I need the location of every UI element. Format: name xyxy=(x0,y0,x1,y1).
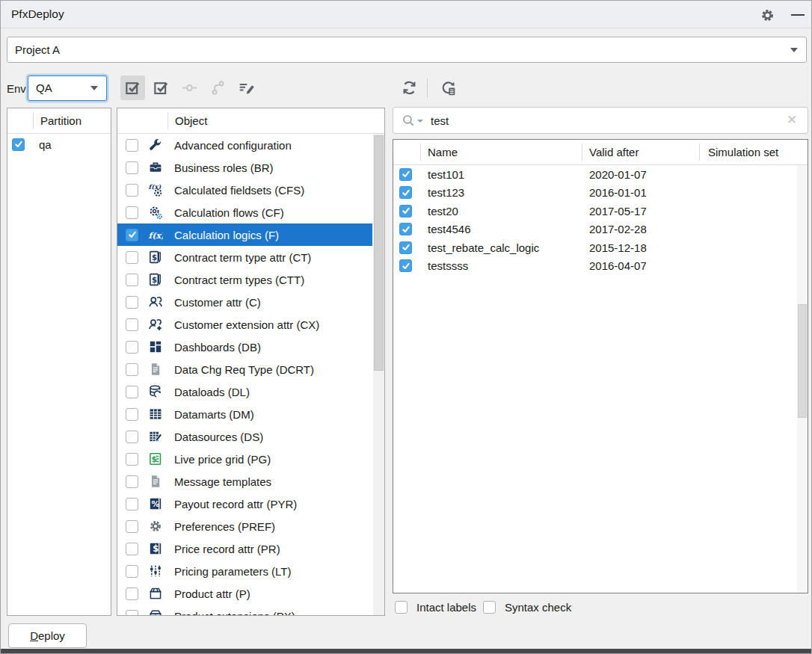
tree-item[interactable]: Product attr (P) xyxy=(117,582,372,605)
tree-item-checkbox[interactable] xyxy=(126,475,138,488)
tree-item-checkbox[interactable] xyxy=(126,274,138,286)
tree-item[interactable]: Business roles (BR) xyxy=(117,156,372,179)
tree-item-checkbox[interactable] xyxy=(126,431,138,443)
settings-gear-icon[interactable] xyxy=(757,4,778,25)
result-name-cell: test_rebate_calc_logic xyxy=(428,241,589,254)
chevron-down-icon xyxy=(90,86,98,90)
tree-item[interactable]: $Contract term types (CTT) xyxy=(117,268,372,291)
svg-text:$: $ xyxy=(152,454,157,463)
syntax-check-checkbox[interactable] xyxy=(483,601,496,614)
tree-item-checkbox[interactable] xyxy=(126,296,138,309)
tree-item-checkbox[interactable] xyxy=(126,139,138,152)
result-row-checkbox[interactable] xyxy=(399,186,412,199)
tree-item[interactable]: Customer extension attr (CX) xyxy=(117,313,372,336)
check-objects-button[interactable] xyxy=(120,75,145,100)
intact-labels-option: Intact labels xyxy=(395,601,476,614)
tree-item[interactable]: Datamarts (DM) xyxy=(117,403,372,425)
tree-item-checkbox[interactable] xyxy=(126,229,138,241)
tree-item-checkbox[interactable] xyxy=(126,610,138,616)
dashboard-icon xyxy=(148,339,163,354)
results-scrollbar-thumb[interactable] xyxy=(798,304,807,418)
tree-item-checkbox[interactable] xyxy=(126,363,138,376)
tree-item-checkbox[interactable] xyxy=(126,206,138,219)
tree-item-checkbox[interactable] xyxy=(126,184,138,197)
minimize-button[interactable] xyxy=(787,4,808,25)
result-row-checkbox[interactable] xyxy=(399,241,412,254)
result-row-checkbox[interactable] xyxy=(399,168,412,181)
project-selector[interactable]: Project A xyxy=(7,37,807,63)
tree-item[interactable]: Dashboards (DB) xyxy=(117,336,372,358)
result-row[interactable]: test202017-05-17 xyxy=(393,202,797,220)
tree-item-checkbox[interactable] xyxy=(126,565,138,578)
tree-item-checkbox[interactable] xyxy=(126,341,138,354)
intact-labels-checkbox[interactable] xyxy=(395,601,407,614)
tree-item[interactable]: Advanced configuration xyxy=(117,134,372,156)
column-divider xyxy=(699,144,700,161)
contract-dollar-icon: $ xyxy=(148,272,163,287)
result-row[interactable]: test1232016-01-01 xyxy=(393,184,797,203)
env-selector[interactable]: QA xyxy=(28,75,107,101)
tree-item-checkbox[interactable] xyxy=(126,318,138,331)
tree-item[interactable]: Message templates xyxy=(117,470,372,493)
result-row[interactable]: test_rebate_calc_logic2015-12-18 xyxy=(393,238,797,257)
tree-item[interactable]: Dataloads (DL) xyxy=(117,380,372,403)
gear-gray-icon xyxy=(148,519,163,534)
deploy-button[interactable]: Deploy xyxy=(8,623,87,648)
tree-item-label: Calculated fieldsets (CFS) xyxy=(174,184,304,197)
tree-item-label: Live price grid (PG) xyxy=(174,453,271,466)
tree-item[interactable]: Product extensions (PX) xyxy=(117,605,372,615)
tree-item[interactable]: $Live price grid (PG) xyxy=(117,448,372,470)
partition-checkbox[interactable] xyxy=(12,138,25,151)
result-row-checkbox[interactable] xyxy=(399,205,412,218)
results-table: Name Valid after Simulation set test1012… xyxy=(393,139,808,593)
tree-item-checkbox[interactable] xyxy=(126,251,138,264)
customers-plus-icon xyxy=(148,317,163,332)
tree-item[interactable]: Calculation flows (CF) xyxy=(117,201,372,223)
object-header-label: Object xyxy=(175,108,207,134)
tree-item[interactable]: Preferences (PREF) xyxy=(117,515,372,537)
search-input[interactable] xyxy=(431,110,782,131)
tree-scrollbar-thumb[interactable] xyxy=(374,135,384,371)
syntax-check-label: Syntax check xyxy=(505,601,571,614)
result-row[interactable]: test45462017-02-28 xyxy=(393,220,797,239)
tree-item-checkbox[interactable] xyxy=(126,587,138,600)
tree-item[interactable]: Datasources (DS) xyxy=(117,425,372,448)
refresh-button[interactable] xyxy=(397,75,422,100)
result-row[interactable]: testssss2016-04-07 xyxy=(393,257,797,276)
tree-item[interactable]: f(x)Calculated fieldsets (CFS) xyxy=(117,179,372,201)
result-row-checkbox[interactable] xyxy=(399,223,412,235)
check-selected-button[interactable] xyxy=(149,75,173,100)
tree-item[interactable]: $Contract term type attr (CT) xyxy=(117,246,372,268)
edit-selection-button[interactable] xyxy=(234,75,259,100)
tree-item-label: Message templates xyxy=(174,475,271,488)
preview-deploy-button[interactable] xyxy=(436,75,461,100)
tree-item-checkbox[interactable] xyxy=(126,453,138,466)
tree-scrollbar[interactable] xyxy=(373,134,384,615)
results-scrollbar[interactable] xyxy=(797,165,808,593)
tree-item-checkbox[interactable] xyxy=(126,520,138,533)
tree-item-checkbox[interactable] xyxy=(126,161,138,174)
result-valid-after-cell: 2017-02-28 xyxy=(589,223,699,235)
tree-item[interactable]: Customer attr (C) xyxy=(117,291,372,313)
minimize-icon xyxy=(791,14,805,16)
search-icon[interactable] xyxy=(401,113,416,129)
tree-item-label: Customer attr (C) xyxy=(174,296,261,309)
tree-item[interactable]: %Payout record attr (PYR) xyxy=(117,493,372,515)
tree-item-label: Datamarts (DM) xyxy=(174,408,254,421)
wrench-icon xyxy=(148,138,163,152)
tree-item-checkbox[interactable] xyxy=(126,498,138,510)
search-options-caret-icon[interactable] xyxy=(417,120,423,123)
result-name-cell: test123 xyxy=(428,186,589,199)
tree-item-checkbox[interactable] xyxy=(126,543,138,555)
result-valid-after-cell: 2017-05-17 xyxy=(589,205,699,218)
clear-search-icon[interactable]: ✕ xyxy=(784,112,800,129)
tree-item[interactable]: f(x)Calculation logics (F) xyxy=(117,223,372,246)
tree-item-checkbox[interactable] xyxy=(126,386,138,398)
partition-row[interactable]: qa xyxy=(7,134,111,155)
result-row[interactable]: test1012020-01-07 xyxy=(393,165,797,184)
tree-item[interactable]: $Price record attr (PR) xyxy=(117,537,372,560)
tree-item[interactable]: Data Chg Req Type (DCRT) xyxy=(117,358,372,380)
tree-item[interactable]: Pricing parameters (LT) xyxy=(117,560,372,582)
result-row-checkbox[interactable] xyxy=(399,259,412,272)
tree-item-checkbox[interactable] xyxy=(126,408,138,421)
